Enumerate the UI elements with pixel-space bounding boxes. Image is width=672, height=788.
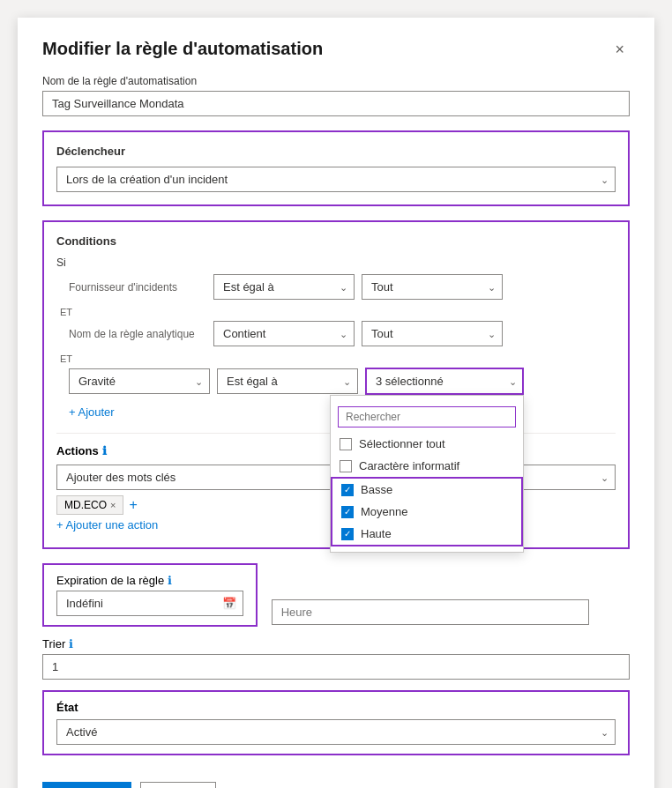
dropdown-item-basse[interactable]: ✓ Basse <box>332 479 521 501</box>
add-action-button[interactable]: + Ajouter une action <box>56 515 158 535</box>
dropdown-highlighted-group: ✓ Basse ✓ Moyenne ✓ Haute <box>331 477 523 546</box>
rule-name-input[interactable] <box>42 91 630 116</box>
condition-row-3: Gravité ⌄ Est égal à ⌄ 3 sélectionné ⌄ <box>56 368 616 395</box>
dropdown-label-moyenne: Moyenne <box>361 505 407 518</box>
etat-select-wrapper: Activé ⌄ <box>56 719 616 745</box>
condition-operator-2-wrapper: Contient ⌄ <box>213 321 355 346</box>
tag-label: MD.ECO <box>64 499 107 511</box>
checkbox-basse: ✓ <box>341 484 354 496</box>
dropdown-label-haute: Haute <box>361 527 392 540</box>
dropdown-item-select-all[interactable]: Sélectionner tout <box>331 433 523 455</box>
expiration-label: Expiration de la règle ℹ <box>56 574 243 587</box>
trier-title: Trier <box>42 637 65 650</box>
etat-section: État Activé ⌄ <box>42 690 630 755</box>
cancel-button[interactable]: Annuler <box>140 782 217 788</box>
condition-value-1[interactable]: Tout <box>362 274 503 300</box>
checkbox-haute: ✓ <box>341 528 354 540</box>
condition-value-1-wrapper: Tout ⌄ <box>362 274 503 300</box>
condition-row-2: Nom de la règle analytique Contient ⌄ To… <box>56 321 616 346</box>
trigger-select[interactable]: Lors de la création d'un incident <box>56 167 616 192</box>
footer: Appliquer Annuler <box>42 773 630 788</box>
condition-operator-1-wrapper: Est égal à ⌄ <box>213 274 355 300</box>
expiration-time-input[interactable] <box>272 599 589 625</box>
gravity-operator-select[interactable]: Est égal à <box>217 368 358 394</box>
expiration-section: Expiration de la règle ℹ 📅 <box>42 563 630 627</box>
trier-label-row: Trier ℹ <box>42 637 630 650</box>
expiration-box: Expiration de la règle ℹ 📅 <box>42 563 258 627</box>
dropdown-item-haute[interactable]: ✓ Haute <box>332 523 521 545</box>
actions-title: Actions <box>56 444 99 457</box>
expiration-date-wrapper: 📅 <box>56 591 243 616</box>
gravity-operator-wrapper: Est égal à ⌄ <box>217 368 358 394</box>
et-label-1: ET <box>56 307 616 317</box>
dropdown-label-informatif: Caractère informatif <box>359 459 459 472</box>
rule-name-section: Nom de la règle d'automatisation <box>42 75 630 116</box>
dropdown-item-moyenne[interactable]: ✓ Moyenne <box>332 501 521 523</box>
tag-add-button[interactable]: + <box>129 497 137 513</box>
tag-close-button[interactable]: × <box>110 500 116 510</box>
expiration-time-inline <box>272 599 589 627</box>
gravity-dropdown-popup: Sélectionner tout Caractère informatif ✓… <box>330 395 524 553</box>
checkbox-select-all <box>340 438 352 450</box>
condition-operator-1[interactable]: Est égal à <box>213 274 355 300</box>
tag-item: MD.ECO × <box>56 495 123 515</box>
si-label: Si <box>56 256 616 269</box>
condition-row-1: Fournisseur d'incidents Est égal à ⌄ Tou… <box>56 274 616 300</box>
condition-value-2-wrapper: Tout ⌄ <box>362 321 503 346</box>
et-label-2: ET <box>56 353 616 364</box>
gravity-field-wrapper: Gravité ⌄ <box>69 368 210 394</box>
modal-header: Modifier la règle d'automatisation × <box>42 39 630 61</box>
rule-name-label: Nom de la règle d'automatisation <box>42 75 630 87</box>
trier-section: Trier ℹ <box>42 637 630 680</box>
etat-select[interactable]: Activé <box>56 719 616 745</box>
dropdown-label-select-all: Sélectionner tout <box>359 437 445 450</box>
gravity-value-select[interactable]: 3 sélectionné <box>365 368 524 395</box>
expiration-title: Expiration de la règle <box>56 574 164 587</box>
actions-info-icon: ℹ <box>102 444 107 457</box>
expiration-info-icon: ℹ <box>168 574 172 587</box>
trier-info-icon: ℹ <box>69 637 73 650</box>
add-condition-button[interactable]: + Ajouter <box>56 402 115 422</box>
etat-label: État <box>56 701 616 714</box>
apply-button[interactable]: Appliquer <box>42 782 131 788</box>
dropdown-search-input[interactable] <box>338 406 516 427</box>
expiration-date-input[interactable] <box>56 591 243 616</box>
condition-operator-2[interactable]: Contient <box>213 321 355 346</box>
condition-label-1: Fournisseur d'incidents <box>56 281 206 294</box>
trier-input[interactable] <box>42 654 630 680</box>
modal-container: Modifier la règle d'automatisation × Nom… <box>18 18 654 788</box>
condition-label-2: Nom de la règle analytique <box>56 328 206 340</box>
gravity-field-select[interactable]: Gravité <box>69 368 210 394</box>
close-button[interactable]: × <box>609 39 630 61</box>
trigger-title: Déclencheur <box>56 145 616 158</box>
dropdown-label-basse: Basse <box>361 483 392 496</box>
modal-title: Modifier la règle d'automatisation <box>42 39 323 59</box>
trigger-section: Déclencheur Lors de la création d'un inc… <box>42 130 630 206</box>
checkbox-informatif <box>340 460 352 472</box>
dropdown-item-informatif[interactable]: Caractère informatif <box>331 455 523 477</box>
conditions-section: Conditions Si Fournisseur d'incidents Es… <box>42 220 630 549</box>
checkbox-moyenne: ✓ <box>341 506 354 518</box>
gravity-value-wrapper: 3 sélectionné ⌄ Sélectionner tout Caract… <box>365 368 524 395</box>
conditions-title: Conditions <box>56 234 616 248</box>
trigger-select-wrapper: Lors de la création d'un incident ⌄ <box>56 167 616 192</box>
condition-value-2[interactable]: Tout <box>362 321 503 346</box>
